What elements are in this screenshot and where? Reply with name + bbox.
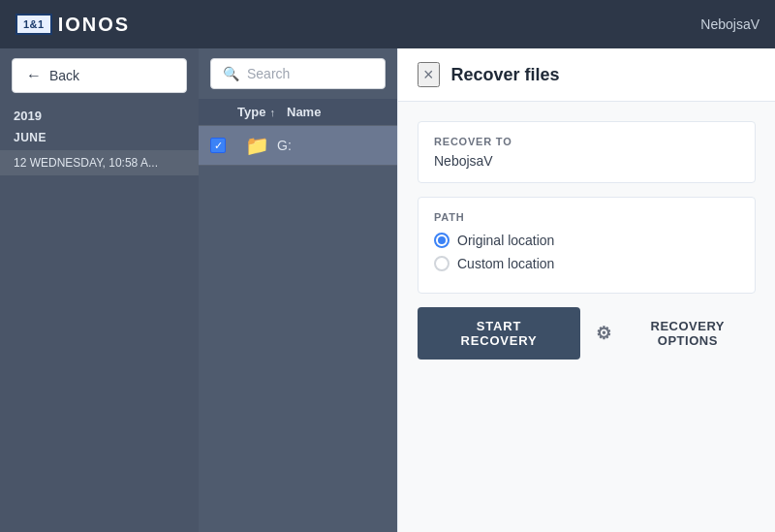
recover-to-section: RECOVER TO NebojsaV <box>418 121 756 183</box>
logo-name: IONOS <box>58 14 130 36</box>
search-placeholder: Search <box>247 66 290 81</box>
dialog-title: Recover files <box>451 65 560 85</box>
search-bar[interactable]: 🔍 Search <box>210 58 386 89</box>
action-row: START RECOVERY ⚙ RECOVERY OPTIONS <box>418 307 756 360</box>
back-button-label: Back <box>49 68 79 83</box>
gear-icon: ⚙ <box>596 323 612 344</box>
recovery-options-label: RECOVERY OPTIONS <box>620 319 756 348</box>
dialog-body: RECOVER TO NebojsaV PATH Original locati… <box>398 102 775 532</box>
dialog-header: × Recover files <box>398 48 775 102</box>
folder-icon: 📁 <box>245 134 269 157</box>
search-icon: 🔍 <box>223 66 239 81</box>
original-location-option[interactable]: Original location <box>434 233 739 248</box>
main-layout: ← Back 2019 JUNE 12 WEDNESDAY, 10:58 A..… <box>0 48 775 532</box>
center-panel: 🔍 Search Type ↑ Name ✓ 📁 G: <box>199 48 397 532</box>
table-header: Type ↑ Name <box>199 99 397 126</box>
app-header: 1&1 IONOS NebojsaV <box>0 0 775 48</box>
back-button[interactable]: ← Back <box>12 58 187 93</box>
left-panel: ← Back 2019 JUNE 12 WEDNESDAY, 10:58 A..… <box>0 48 199 532</box>
path-section: PATH Original location Custom location <box>418 197 756 294</box>
custom-location-label: Custom location <box>457 256 554 271</box>
logo-prefix: 1&1 <box>16 14 52 35</box>
recover-files-dialog: × Recover files RECOVER TO NebojsaV PATH… <box>397 48 775 532</box>
custom-location-radio[interactable] <box>434 256 450 271</box>
month-label: JUNE <box>0 127 199 148</box>
recover-to-label: RECOVER TO <box>434 136 739 147</box>
checkbox-checked-icon: ✓ <box>210 138 226 153</box>
start-recovery-button[interactable]: START RECOVERY <box>418 307 580 360</box>
original-location-label: Original location <box>457 233 554 248</box>
date-item[interactable]: 12 WEDNESDAY, 10:58 A... <box>0 150 199 175</box>
original-location-radio[interactable] <box>434 233 450 248</box>
recover-to-value: NebojsaV <box>434 153 739 169</box>
path-label: PATH <box>434 211 739 223</box>
type-column-header[interactable]: Type ↑ <box>237 105 287 119</box>
row-checkbox[interactable]: ✓ <box>210 138 237 153</box>
type-col-label: Type <box>237 105 265 119</box>
file-name: G: <box>277 138 292 153</box>
header-username: NebojsaV <box>700 16 760 32</box>
name-column-header[interactable]: Name <box>287 105 386 119</box>
recovery-options-button[interactable]: ⚙ RECOVERY OPTIONS <box>596 319 756 348</box>
year-label: 2019 <box>0 103 199 127</box>
custom-location-option[interactable]: Custom location <box>434 256 739 271</box>
table-row[interactable]: ✓ 📁 G: <box>199 126 397 166</box>
sort-arrow-icon: ↑ <box>269 107 275 118</box>
close-button[interactable]: × <box>418 62 440 87</box>
back-arrow-icon: ← <box>26 67 42 84</box>
